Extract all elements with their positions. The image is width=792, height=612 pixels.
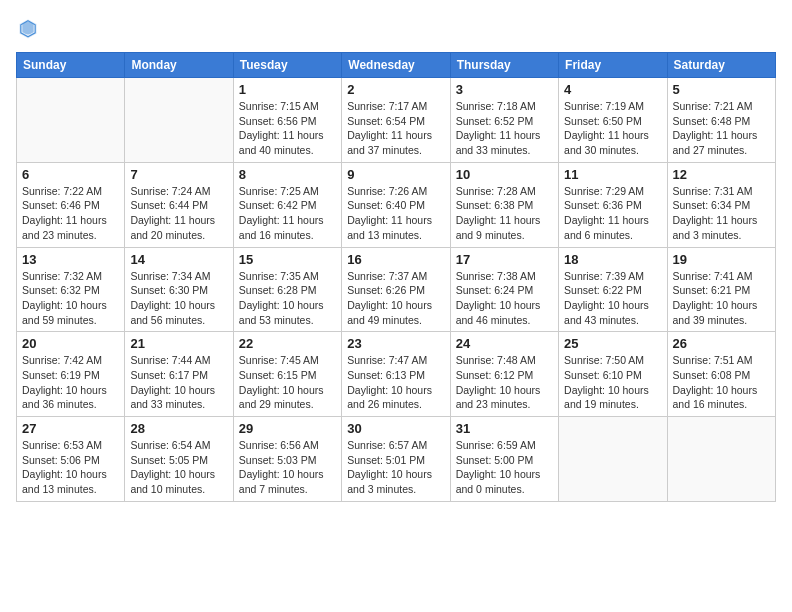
day-detail: Sunrise: 7:18 AMSunset: 6:52 PMDaylight:… <box>456 99 553 158</box>
day-detail: Sunrise: 7:51 AMSunset: 6:08 PMDaylight:… <box>673 353 770 412</box>
calendar-table: SundayMondayTuesdayWednesdayThursdayFrid… <box>16 52 776 502</box>
calendar-cell: 11Sunrise: 7:29 AMSunset: 6:36 PMDayligh… <box>559 162 667 247</box>
day-detail: Sunrise: 7:47 AMSunset: 6:13 PMDaylight:… <box>347 353 444 412</box>
day-number: 9 <box>347 167 444 182</box>
day-detail: Sunrise: 7:44 AMSunset: 6:17 PMDaylight:… <box>130 353 227 412</box>
calendar-cell: 15Sunrise: 7:35 AMSunset: 6:28 PMDayligh… <box>233 247 341 332</box>
calendar-cell: 6Sunrise: 7:22 AMSunset: 6:46 PMDaylight… <box>17 162 125 247</box>
day-number: 19 <box>673 252 770 267</box>
day-number: 31 <box>456 421 553 436</box>
calendar-cell: 22Sunrise: 7:45 AMSunset: 6:15 PMDayligh… <box>233 332 341 417</box>
day-detail: Sunrise: 7:50 AMSunset: 6:10 PMDaylight:… <box>564 353 661 412</box>
calendar-cell: 5Sunrise: 7:21 AMSunset: 6:48 PMDaylight… <box>667 78 775 163</box>
calendar-cell: 19Sunrise: 7:41 AMSunset: 6:21 PMDayligh… <box>667 247 775 332</box>
day-detail: Sunrise: 7:28 AMSunset: 6:38 PMDaylight:… <box>456 184 553 243</box>
day-detail: Sunrise: 6:57 AMSunset: 5:01 PMDaylight:… <box>347 438 444 497</box>
day-detail: Sunrise: 7:24 AMSunset: 6:44 PMDaylight:… <box>130 184 227 243</box>
day-number: 16 <box>347 252 444 267</box>
calendar-cell: 1Sunrise: 7:15 AMSunset: 6:56 PMDaylight… <box>233 78 341 163</box>
day-detail: Sunrise: 7:32 AMSunset: 6:32 PMDaylight:… <box>22 269 119 328</box>
day-detail: Sunrise: 7:19 AMSunset: 6:50 PMDaylight:… <box>564 99 661 158</box>
calendar-cell: 14Sunrise: 7:34 AMSunset: 6:30 PMDayligh… <box>125 247 233 332</box>
day-detail: Sunrise: 6:59 AMSunset: 5:00 PMDaylight:… <box>456 438 553 497</box>
day-detail: Sunrise: 7:48 AMSunset: 6:12 PMDaylight:… <box>456 353 553 412</box>
calendar-week-1: 1Sunrise: 7:15 AMSunset: 6:56 PMDaylight… <box>17 78 776 163</box>
day-number: 13 <box>22 252 119 267</box>
calendar-cell: 10Sunrise: 7:28 AMSunset: 6:38 PMDayligh… <box>450 162 558 247</box>
calendar-cell: 12Sunrise: 7:31 AMSunset: 6:34 PMDayligh… <box>667 162 775 247</box>
day-number: 18 <box>564 252 661 267</box>
calendar-header-row: SundayMondayTuesdayWednesdayThursdayFrid… <box>17 53 776 78</box>
logo[interactable] <box>16 16 44 40</box>
day-detail: Sunrise: 7:31 AMSunset: 6:34 PMDaylight:… <box>673 184 770 243</box>
day-number: 25 <box>564 336 661 351</box>
calendar-cell: 29Sunrise: 6:56 AMSunset: 5:03 PMDayligh… <box>233 417 341 502</box>
calendar-cell: 28Sunrise: 6:54 AMSunset: 5:05 PMDayligh… <box>125 417 233 502</box>
day-number: 20 <box>22 336 119 351</box>
day-number: 3 <box>456 82 553 97</box>
day-number: 23 <box>347 336 444 351</box>
day-number: 6 <box>22 167 119 182</box>
day-number: 22 <box>239 336 336 351</box>
calendar-cell: 17Sunrise: 7:38 AMSunset: 6:24 PMDayligh… <box>450 247 558 332</box>
day-number: 24 <box>456 336 553 351</box>
calendar-cell <box>125 78 233 163</box>
day-number: 2 <box>347 82 444 97</box>
calendar-cell: 30Sunrise: 6:57 AMSunset: 5:01 PMDayligh… <box>342 417 450 502</box>
calendar-week-3: 13Sunrise: 7:32 AMSunset: 6:32 PMDayligh… <box>17 247 776 332</box>
calendar-header-thursday: Thursday <box>450 53 558 78</box>
calendar-week-4: 20Sunrise: 7:42 AMSunset: 6:19 PMDayligh… <box>17 332 776 417</box>
day-number: 10 <box>456 167 553 182</box>
day-detail: Sunrise: 7:35 AMSunset: 6:28 PMDaylight:… <box>239 269 336 328</box>
day-number: 14 <box>130 252 227 267</box>
day-detail: Sunrise: 7:29 AMSunset: 6:36 PMDaylight:… <box>564 184 661 243</box>
day-number: 28 <box>130 421 227 436</box>
day-number: 27 <box>22 421 119 436</box>
day-detail: Sunrise: 7:45 AMSunset: 6:15 PMDaylight:… <box>239 353 336 412</box>
day-detail: Sunrise: 7:22 AMSunset: 6:46 PMDaylight:… <box>22 184 119 243</box>
calendar-header-saturday: Saturday <box>667 53 775 78</box>
day-number: 21 <box>130 336 227 351</box>
calendar-cell: 13Sunrise: 7:32 AMSunset: 6:32 PMDayligh… <box>17 247 125 332</box>
day-detail: Sunrise: 7:42 AMSunset: 6:19 PMDaylight:… <box>22 353 119 412</box>
calendar-header-tuesday: Tuesday <box>233 53 341 78</box>
calendar-cell: 18Sunrise: 7:39 AMSunset: 6:22 PMDayligh… <box>559 247 667 332</box>
day-number: 12 <box>673 167 770 182</box>
day-detail: Sunrise: 7:34 AMSunset: 6:30 PMDaylight:… <box>130 269 227 328</box>
day-number: 15 <box>239 252 336 267</box>
calendar-cell <box>559 417 667 502</box>
logo-icon <box>16 16 40 40</box>
calendar-cell: 25Sunrise: 7:50 AMSunset: 6:10 PMDayligh… <box>559 332 667 417</box>
day-detail: Sunrise: 6:56 AMSunset: 5:03 PMDaylight:… <box>239 438 336 497</box>
day-detail: Sunrise: 7:25 AMSunset: 6:42 PMDaylight:… <box>239 184 336 243</box>
calendar-header-wednesday: Wednesday <box>342 53 450 78</box>
day-number: 7 <box>130 167 227 182</box>
calendar-cell: 8Sunrise: 7:25 AMSunset: 6:42 PMDaylight… <box>233 162 341 247</box>
calendar-cell: 20Sunrise: 7:42 AMSunset: 6:19 PMDayligh… <box>17 332 125 417</box>
day-number: 11 <box>564 167 661 182</box>
day-number: 4 <box>564 82 661 97</box>
calendar-cell: 21Sunrise: 7:44 AMSunset: 6:17 PMDayligh… <box>125 332 233 417</box>
calendar-header-sunday: Sunday <box>17 53 125 78</box>
day-number: 5 <box>673 82 770 97</box>
day-detail: Sunrise: 6:54 AMSunset: 5:05 PMDaylight:… <box>130 438 227 497</box>
day-number: 8 <box>239 167 336 182</box>
day-number: 26 <box>673 336 770 351</box>
day-detail: Sunrise: 7:37 AMSunset: 6:26 PMDaylight:… <box>347 269 444 328</box>
day-detail: Sunrise: 7:39 AMSunset: 6:22 PMDaylight:… <box>564 269 661 328</box>
page-header <box>16 16 776 40</box>
calendar-cell <box>667 417 775 502</box>
day-detail: Sunrise: 6:53 AMSunset: 5:06 PMDaylight:… <box>22 438 119 497</box>
calendar-cell: 26Sunrise: 7:51 AMSunset: 6:08 PMDayligh… <box>667 332 775 417</box>
calendar-cell <box>17 78 125 163</box>
calendar-cell: 24Sunrise: 7:48 AMSunset: 6:12 PMDayligh… <box>450 332 558 417</box>
day-number: 29 <box>239 421 336 436</box>
calendar-cell: 16Sunrise: 7:37 AMSunset: 6:26 PMDayligh… <box>342 247 450 332</box>
calendar-cell: 3Sunrise: 7:18 AMSunset: 6:52 PMDaylight… <box>450 78 558 163</box>
day-detail: Sunrise: 7:26 AMSunset: 6:40 PMDaylight:… <box>347 184 444 243</box>
day-detail: Sunrise: 7:17 AMSunset: 6:54 PMDaylight:… <box>347 99 444 158</box>
calendar-cell: 9Sunrise: 7:26 AMSunset: 6:40 PMDaylight… <box>342 162 450 247</box>
calendar-header-friday: Friday <box>559 53 667 78</box>
calendar-week-2: 6Sunrise: 7:22 AMSunset: 6:46 PMDaylight… <box>17 162 776 247</box>
calendar-header-monday: Monday <box>125 53 233 78</box>
